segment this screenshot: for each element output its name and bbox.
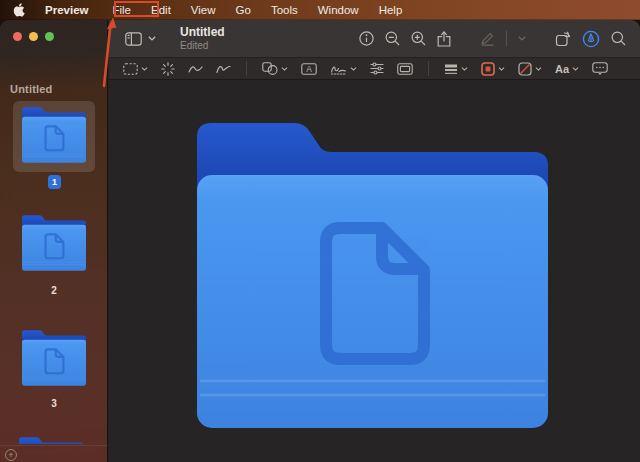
line-weight-icon bbox=[444, 63, 458, 75]
border-color-button[interactable] bbox=[481, 62, 505, 76]
chevron-down-icon bbox=[281, 67, 288, 71]
zoom-button[interactable] bbox=[45, 32, 54, 41]
selection-icon bbox=[123, 63, 138, 75]
menu-item-go[interactable]: Go bbox=[226, 0, 261, 20]
svg-text:A: A bbox=[306, 64, 312, 74]
text-style-label: Aa bbox=[555, 63, 569, 75]
zoom-in-icon bbox=[411, 31, 426, 46]
annotate-icon bbox=[592, 62, 608, 75]
info-icon bbox=[359, 31, 374, 46]
zoom-in-button[interactable] bbox=[411, 31, 426, 46]
title-bar: Untitled Edited bbox=[109, 20, 640, 57]
markup-toolbar: A bbox=[109, 57, 640, 80]
close-button[interactable] bbox=[13, 32, 22, 41]
adjust-color-button[interactable] bbox=[370, 62, 384, 75]
menu-item-tools[interactable]: Tools bbox=[261, 0, 308, 20]
menu-item-view[interactable]: View bbox=[181, 0, 226, 20]
shapes-button[interactable] bbox=[262, 62, 288, 75]
share-icon bbox=[437, 31, 451, 47]
chevron-down-icon bbox=[572, 67, 579, 71]
menu-item-preview[interactable]: Preview bbox=[35, 0, 102, 20]
signature-button[interactable] bbox=[330, 63, 357, 75]
line-weight-button[interactable] bbox=[444, 63, 468, 75]
page-number-badge: 1 bbox=[48, 175, 61, 189]
apple-icon bbox=[13, 3, 25, 17]
signature-icon bbox=[330, 63, 347, 75]
instant-alpha-icon bbox=[161, 62, 175, 76]
chevron-down-icon bbox=[350, 67, 357, 71]
page-thumbnail-3[interactable] bbox=[22, 330, 86, 386]
folder-image bbox=[197, 123, 548, 428]
chevron-down-icon bbox=[141, 67, 148, 71]
info-button[interactable] bbox=[359, 31, 374, 46]
menu-item-help[interactable]: Help bbox=[369, 0, 413, 20]
document-canvas bbox=[109, 80, 640, 462]
markup-divider bbox=[246, 61, 247, 76]
highlight-color-menu[interactable] bbox=[518, 36, 526, 41]
text-box-icon: A bbox=[301, 63, 317, 75]
fill-color-icon bbox=[518, 62, 532, 76]
fill-color-button[interactable] bbox=[518, 62, 542, 76]
sidebar: Untitled 1 2 3 + bbox=[0, 20, 108, 462]
chevron-down-icon bbox=[518, 36, 526, 41]
markup-pen-icon bbox=[582, 30, 600, 48]
annotation-highlight-rect bbox=[114, 1, 159, 17]
crop-table-icon bbox=[397, 63, 413, 75]
share-button[interactable] bbox=[437, 31, 451, 47]
chevron-down-icon bbox=[535, 67, 542, 71]
highlight-pencil-icon bbox=[480, 31, 495, 46]
draw-icon bbox=[216, 63, 231, 74]
sidebar-toggle-icon bbox=[125, 32, 142, 46]
page-thumbnail-4-partial[interactable] bbox=[19, 437, 83, 444]
rotate-icon bbox=[555, 31, 571, 47]
toolbar-divider bbox=[506, 31, 507, 46]
sketch-tool-button[interactable] bbox=[188, 63, 203, 74]
sketch-icon bbox=[188, 63, 203, 74]
page-thumbnail-2[interactable] bbox=[22, 215, 86, 271]
draw-tool-button[interactable] bbox=[216, 63, 231, 74]
text-style-button[interactable]: Aa bbox=[555, 63, 579, 75]
minimize-button[interactable] bbox=[29, 32, 38, 41]
instant-alpha-button[interactable] bbox=[161, 62, 175, 76]
apple-menu[interactable] bbox=[0, 3, 35, 17]
annotation-arrow bbox=[96, 16, 122, 92]
search-button[interactable] bbox=[611, 31, 626, 46]
sidebar-toggle-button[interactable] bbox=[125, 32, 142, 46]
window-title-block: Untitled Edited bbox=[180, 26, 225, 51]
search-icon bbox=[611, 31, 626, 46]
annotate-button[interactable] bbox=[592, 62, 608, 75]
crop-button[interactable] bbox=[397, 63, 413, 75]
zoom-out-button[interactable] bbox=[385, 31, 400, 46]
page-thumbnail-1[interactable] bbox=[22, 107, 86, 163]
markup-divider bbox=[428, 61, 429, 76]
selection-tool-button[interactable] bbox=[123, 63, 148, 75]
traffic-lights bbox=[13, 32, 54, 41]
zoom-out-icon bbox=[385, 31, 400, 46]
highlight-pencil-button[interactable] bbox=[480, 31, 495, 46]
window-subtitle: Edited bbox=[180, 40, 225, 52]
sidebar-view-menu[interactable] bbox=[148, 36, 156, 41]
text-box-button[interactable]: A bbox=[301, 63, 317, 75]
window-title: Untitled bbox=[180, 26, 225, 40]
sidebar-footer: + bbox=[0, 445, 108, 462]
shapes-icon bbox=[262, 62, 278, 75]
rotate-button[interactable] bbox=[555, 31, 571, 47]
chevron-down-icon bbox=[461, 67, 468, 71]
menu-item-window[interactable]: Window bbox=[308, 0, 369, 20]
chevron-down-icon bbox=[148, 36, 156, 41]
add-page-button[interactable]: + bbox=[5, 449, 17, 461]
sidebar-document-title: Untitled bbox=[10, 83, 53, 95]
page-number-label: 3 bbox=[22, 398, 86, 409]
chevron-down-icon bbox=[498, 67, 505, 71]
markup-toolbar-toggle-button[interactable] bbox=[582, 30, 600, 48]
adjust-icon bbox=[370, 62, 384, 75]
border-color-icon bbox=[481, 62, 495, 76]
page-number-label: 2 bbox=[22, 285, 86, 296]
